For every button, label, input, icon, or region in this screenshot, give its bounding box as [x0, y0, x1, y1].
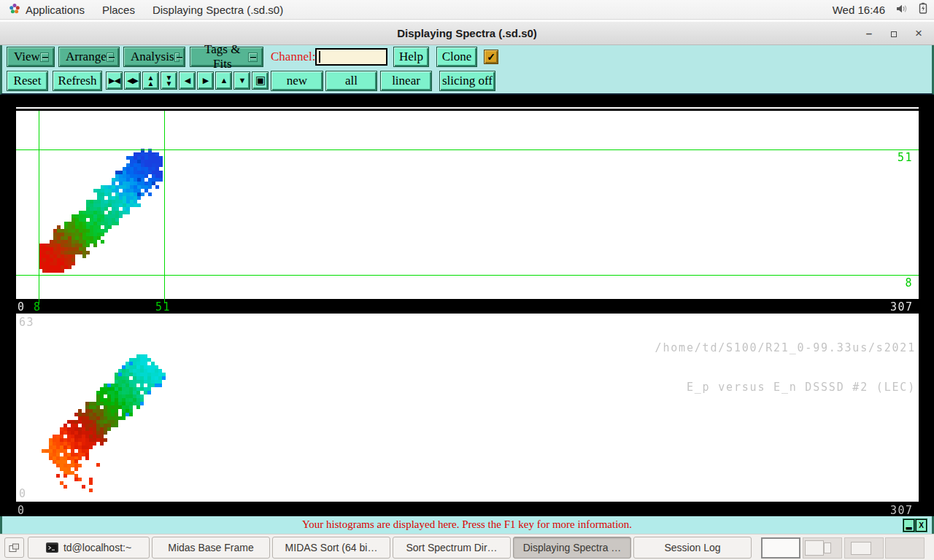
compress-vertical-icon[interactable]: ▼ ▼	[161, 71, 177, 90]
applications-label: Applications	[26, 4, 85, 16]
task-displaying-spectra[interactable]: Displaying Spectra …	[513, 537, 631, 559]
toolbar-checkbox[interactable]: ✓	[484, 50, 498, 64]
s2-x-max-label: 307	[890, 504, 914, 517]
help-button[interactable]: Help	[393, 47, 429, 67]
maximize-icon	[891, 31, 897, 37]
task-label: Session Log	[664, 542, 720, 553]
new-button[interactable]: new	[271, 71, 323, 91]
s1-x-marker2-label: 51	[155, 300, 171, 314]
workspace-1[interactable]	[761, 537, 800, 559]
s2-title-path: /home/td/S100/R21_0-99.33us/s2021	[655, 341, 916, 354]
workspace-4[interactable]	[885, 537, 925, 559]
spectrum-1-plot[interactable]: 51 8	[16, 107, 919, 299]
active-app-label: Displaying Spectra (.sd.s0)	[153, 4, 283, 16]
menu-indicator-icon	[174, 52, 180, 62]
menu-indicator-icon	[248, 52, 258, 62]
menu-analysis[interactable]: Analysis	[123, 47, 185, 67]
crosshair-hline-8	[16, 275, 919, 276]
status-minimize-button[interactable]: ▂	[903, 519, 914, 532]
s1-x-min-label: 0	[18, 300, 26, 314]
toolbar-row-2: Reset Refresh ▶◀ ◀▶ ▲ ▲ ▼ ▼ ◀ ▶ ▲ ▼ ▣ ne…	[0, 69, 934, 95]
crosshair-vline-8	[39, 111, 39, 299]
linear-button[interactable]: linear	[380, 71, 432, 91]
places-label: Places	[102, 4, 135, 16]
menu-tags-fits[interactable]: Tags & Fits	[190, 47, 263, 67]
menu-arrange[interactable]: Arrange	[58, 47, 120, 67]
menu-view[interactable]: View	[7, 47, 55, 67]
menu-arrange-label: Arrange	[66, 50, 107, 64]
toolbar-row-1: View Arrange Analysis Tags & Fits Channe…	[0, 45, 934, 69]
menu-analysis-label: Analysis	[131, 50, 174, 64]
spectrum-1-histogram[interactable]	[16, 107, 919, 299]
clone-button[interactable]: Clone	[436, 47, 477, 67]
pan-right-icon[interactable]: ▶	[197, 71, 214, 90]
full-view-icon[interactable]: ▣	[252, 71, 269, 90]
s2-title-name: E_p versus E_n DSSSD #2 (LEC)	[655, 381, 916, 394]
task-label: MIDAS Sort (64 bi…	[285, 542, 378, 553]
window-title: Displaying Spectra (.sd.s0)	[0, 27, 934, 39]
spectrum-2-plot[interactable]: 63 0 /home/td/S100/R21_0-99.33us/s2021 E…	[16, 314, 919, 502]
y-marker-label-8: 8	[905, 276, 913, 289]
menu-tags-fits-label: Tags & Fits	[197, 42, 248, 71]
maximize-button[interactable]	[883, 22, 905, 45]
task-terminal[interactable]: td@localhost:~	[28, 537, 150, 559]
show-desktop-icon	[9, 543, 20, 553]
menu-indicator-icon	[40, 52, 49, 62]
places-menu[interactable]: Places	[93, 0, 144, 19]
s2-y-max-label: 63	[19, 316, 34, 329]
terminal-icon	[46, 542, 58, 553]
text-caret	[319, 51, 320, 63]
y-marker-label-51: 51	[898, 151, 913, 164]
minimize-button[interactable]: –	[858, 22, 880, 45]
status-close-button[interactable]: X	[916, 519, 927, 532]
task-label: Displaying Spectra …	[523, 542, 622, 553]
workspace-window-thumb	[805, 540, 824, 556]
s1-x-max-label: 307	[890, 300, 914, 314]
battery-icon[interactable]	[918, 2, 928, 17]
s2-y-min-label: 0	[19, 487, 27, 500]
show-desktop-button[interactable]	[4, 537, 24, 558]
reset-button[interactable]: Reset	[7, 71, 48, 91]
top-panel: Applications Places Displaying Spectra (…	[0, 0, 934, 20]
workspace-window-thumb	[851, 542, 871, 555]
clock[interactable]: Wed 16:46	[833, 4, 885, 16]
close-button[interactable]: ×	[908, 22, 930, 45]
status-message: Your histograms are displayed here. Pres…	[2, 518, 932, 531]
status-bar: Your histograms are displayed here. Pres…	[0, 516, 934, 534]
pan-down-icon[interactable]: ▼	[234, 71, 250, 90]
task-midas-sort[interactable]: MIDAS Sort (64 bi…	[272, 537, 390, 559]
channel-label: Channel:	[271, 50, 315, 64]
window-titlebar[interactable]: Displaying Spectra (.sd.s0) – ×	[0, 22, 934, 45]
task-session-log[interactable]: Session Log	[633, 537, 752, 559]
spectrum-2-title: /home/td/S100/R21_0-99.33us/s2021 E_p ve…	[655, 315, 916, 420]
histogram-display-area: 51 8 0 8 51 307 63 0 /home/td/S100/R21_0…	[0, 95, 934, 516]
crosshair-vline-51	[164, 111, 165, 299]
screen: Applications Places Displaying Spectra (…	[0, 0, 934, 560]
applications-menu[interactable]: Applications	[0, 0, 93, 19]
pan-left-icon[interactable]: ◀	[179, 71, 196, 90]
refresh-button[interactable]: Refresh	[53, 71, 102, 91]
task-sort-spectrum-dir[interactable]: Sort Spectrum Dir…	[393, 537, 511, 559]
expand-vertical-icon[interactable]: ▲ ▲	[142, 71, 159, 90]
task-label: Midas Base Frame	[168, 542, 253, 553]
status-mini-controls: ▂ X	[903, 518, 927, 532]
s2-x-min-label: 0	[18, 504, 26, 517]
workspace-2[interactable]	[803, 537, 842, 559]
task-midas-base-frame[interactable]: Midas Base Frame	[152, 537, 270, 559]
expand-horizontal-icon[interactable]: ◀▶	[124, 71, 141, 90]
all-button[interactable]: all	[325, 71, 377, 91]
task-label: Sort Spectrum Dir…	[406, 542, 497, 553]
workspace-window-thumb	[824, 542, 831, 553]
active-app-menu[interactable]: Displaying Spectra (.sd.s0)	[144, 0, 292, 19]
channel-input[interactable]	[315, 48, 387, 66]
compress-horizontal-icon[interactable]: ▶◀	[106, 71, 123, 90]
distro-logo-icon	[9, 3, 20, 17]
task-label: td@localhost:~	[63, 542, 131, 553]
slicing-off-button[interactable]: slicing off	[439, 71, 495, 91]
s1-x-marker1-label: 8	[34, 300, 42, 314]
pan-up-icon[interactable]: ▲	[215, 71, 232, 90]
volume-icon[interactable]	[895, 3, 908, 17]
workspace-3[interactable]	[844, 537, 884, 559]
menu-indicator-icon	[107, 52, 114, 62]
menu-view-label: View	[14, 50, 40, 64]
